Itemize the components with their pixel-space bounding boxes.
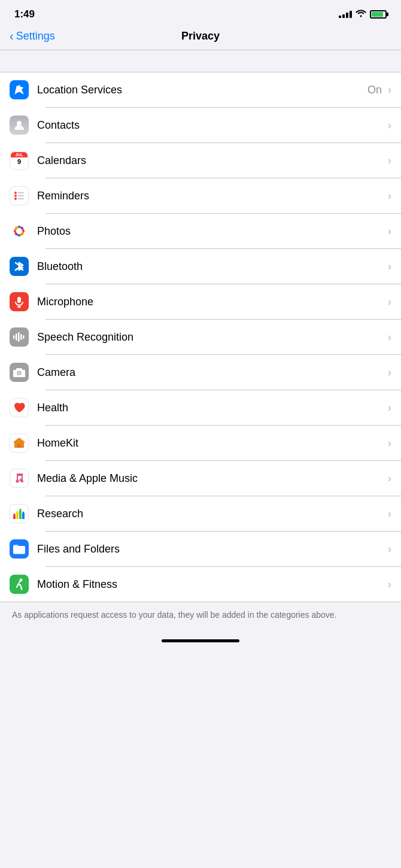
contacts-chevron-icon: › bbox=[388, 119, 391, 132]
motion-chevron-icon: › bbox=[388, 578, 391, 591]
calendars-label: Calendars bbox=[37, 154, 385, 167]
svg-point-35 bbox=[14, 514, 16, 515]
bluetooth-label: Bluetooth bbox=[37, 260, 385, 273]
health-chevron-icon: › bbox=[388, 402, 391, 414]
microphone-label: Microphone bbox=[37, 296, 385, 308]
svg-point-26 bbox=[18, 372, 21, 375]
files-chevron-icon: › bbox=[388, 543, 391, 556]
bluetooth-icon bbox=[10, 257, 29, 276]
settings-item-research[interactable]: Research › bbox=[0, 496, 401, 531]
research-chevron-icon: › bbox=[388, 508, 391, 520]
home-bar bbox=[162, 639, 239, 642]
reminders-icon bbox=[10, 186, 29, 205]
svg-point-3 bbox=[14, 195, 17, 197]
research-label: Research bbox=[37, 508, 385, 520]
camera-label: Camera bbox=[37, 366, 385, 379]
svg-point-4 bbox=[14, 198, 17, 200]
settings-item-calendars[interactable]: JUL 9 Calendars › bbox=[0, 143, 401, 178]
location-chevron-icon: › bbox=[388, 84, 391, 96]
contacts-label: Contacts bbox=[37, 119, 385, 132]
homekit-label: HomeKit bbox=[37, 437, 385, 450]
photos-icon bbox=[10, 221, 29, 241]
svg-rect-22 bbox=[18, 332, 20, 342]
wifi-icon bbox=[356, 9, 366, 20]
nav-bar: ‹ Settings Privacy bbox=[0, 25, 401, 50]
svg-point-38 bbox=[23, 512, 25, 514]
settings-item-health[interactable]: Health › bbox=[0, 390, 401, 425]
svg-rect-23 bbox=[20, 334, 22, 340]
svg-rect-31 bbox=[13, 515, 16, 519]
motion-icon bbox=[10, 575, 29, 594]
speech-chevron-icon: › bbox=[388, 331, 391, 344]
page-title: Privacy bbox=[181, 30, 220, 43]
motion-label: Motion & Fitness bbox=[37, 578, 385, 591]
camera-chevron-icon: › bbox=[388, 366, 391, 379]
settings-item-speech[interactable]: Speech Recognition › bbox=[0, 320, 401, 354]
photos-chevron-icon: › bbox=[388, 225, 391, 238]
settings-item-camera[interactable]: Camera › bbox=[0, 355, 401, 390]
svg-rect-6 bbox=[18, 195, 24, 196]
speech-label: Speech Recognition bbox=[37, 331, 385, 344]
svg-rect-41 bbox=[13, 546, 25, 554]
health-icon bbox=[10, 398, 29, 417]
svg-rect-27 bbox=[17, 444, 21, 448]
svg-point-1 bbox=[17, 121, 22, 126]
svg-rect-21 bbox=[16, 333, 17, 341]
media-chevron-icon: › bbox=[388, 472, 391, 485]
speech-icon bbox=[10, 327, 29, 347]
settings-item-media[interactable]: Media & Apple Music › bbox=[0, 461, 401, 496]
svg-point-36 bbox=[17, 511, 19, 513]
svg-point-37 bbox=[20, 509, 22, 511]
settings-item-contacts[interactable]: Contacts › bbox=[0, 108, 401, 142]
contacts-icon bbox=[10, 116, 29, 135]
svg-point-2 bbox=[14, 192, 17, 194]
back-button[interactable]: ‹ Settings bbox=[10, 29, 55, 43]
svg-rect-7 bbox=[18, 198, 24, 199]
svg-point-29 bbox=[16, 480, 19, 483]
status-time: 1:49 bbox=[14, 8, 35, 20]
settings-item-reminders[interactable]: Reminders › bbox=[0, 178, 401, 213]
microphone-icon bbox=[10, 292, 29, 311]
svg-rect-17 bbox=[17, 297, 21, 303]
svg-rect-34 bbox=[22, 513, 25, 519]
homekit-icon bbox=[10, 433, 29, 453]
settings-item-location[interactable]: Location Services On › bbox=[0, 72, 401, 107]
svg-rect-5 bbox=[18, 192, 24, 193]
photos-label: Photos bbox=[37, 225, 385, 238]
bluetooth-chevron-icon: › bbox=[388, 260, 391, 273]
settings-item-homekit[interactable]: HomeKit › bbox=[0, 426, 401, 460]
svg-rect-20 bbox=[13, 335, 15, 339]
settings-item-motion[interactable]: Motion & Fitness › bbox=[0, 567, 401, 602]
back-chevron-icon: ‹ bbox=[10, 29, 14, 43]
home-indicator bbox=[0, 633, 401, 646]
settings-item-files[interactable]: Files and Folders › bbox=[0, 532, 401, 566]
health-label: Health bbox=[37, 402, 385, 414]
back-label: Settings bbox=[16, 30, 55, 43]
location-value: On bbox=[367, 84, 382, 96]
svg-rect-24 bbox=[23, 335, 25, 339]
svg-point-30 bbox=[20, 479, 23, 482]
research-icon bbox=[10, 504, 29, 523]
reminders-chevron-icon: › bbox=[388, 190, 391, 202]
status-bar: 1:49 bbox=[0, 0, 401, 25]
settings-list: Location Services On › Contacts › JUL 9 … bbox=[0, 72, 401, 602]
footer-note: As applications request access to your d… bbox=[0, 602, 401, 633]
signal-bars-icon bbox=[339, 11, 352, 18]
media-label: Media & Apple Music bbox=[37, 472, 385, 485]
battery-icon bbox=[370, 10, 387, 19]
files-icon bbox=[10, 539, 29, 559]
svg-rect-32 bbox=[16, 512, 19, 519]
homekit-chevron-icon: › bbox=[388, 437, 391, 450]
settings-item-bluetooth[interactable]: Bluetooth › bbox=[0, 249, 401, 284]
calendars-chevron-icon: › bbox=[388, 154, 391, 167]
camera-icon bbox=[10, 363, 29, 382]
status-icons bbox=[339, 9, 387, 20]
settings-item-photos[interactable]: Photos › bbox=[0, 214, 401, 248]
svg-point-16 bbox=[16, 228, 22, 234]
calendars-icon: JUL 9 bbox=[10, 151, 29, 170]
files-label: Files and Folders bbox=[37, 543, 385, 556]
settings-item-microphone[interactable]: Microphone › bbox=[0, 284, 401, 319]
media-icon bbox=[10, 469, 29, 488]
svg-rect-33 bbox=[19, 510, 22, 519]
location-label: Location Services bbox=[37, 84, 367, 96]
